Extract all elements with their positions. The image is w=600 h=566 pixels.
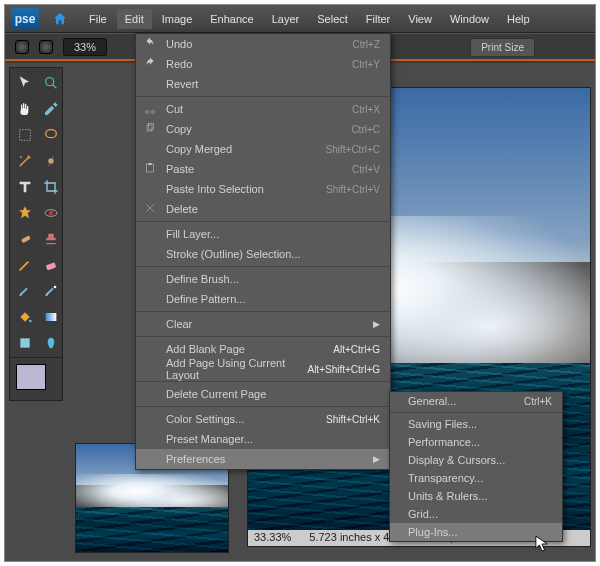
tool-crop[interactable]: [40, 176, 62, 198]
tool-type[interactable]: [14, 176, 36, 198]
edit-menu-paste: PasteCtrl+V: [136, 159, 390, 179]
svg-point-13: [146, 111, 149, 114]
tool-hand[interactable]: [14, 98, 36, 120]
menu-layer[interactable]: Layer: [264, 9, 308, 29]
tool-smart-brush[interactable]: [40, 280, 62, 302]
svg-rect-16: [149, 124, 154, 130]
menu-help[interactable]: Help: [499, 9, 538, 29]
menu-edit[interactable]: Edit: [117, 9, 152, 29]
menu-shortcut: Shift+Ctrl+V: [326, 184, 380, 195]
pref-grid[interactable]: Grid...: [390, 505, 562, 523]
menu-bar: File Edit Image Enhance Layer Select Fil…: [81, 9, 538, 29]
tool-marquee[interactable]: [14, 124, 36, 146]
tool-brush[interactable]: [14, 280, 36, 302]
menu-shortcut: Ctrl+Z: [353, 39, 381, 50]
pref-saving-files[interactable]: Saving Files...: [390, 415, 562, 433]
edit-menu-define-pattern[interactable]: Define Pattern...: [136, 289, 390, 309]
app-logo[interactable]: pse: [11, 8, 39, 30]
tool-magic-wand[interactable]: [14, 150, 36, 172]
menu-item-label: Paste Into Selection: [166, 183, 264, 195]
tool-gradient[interactable]: [40, 306, 62, 328]
pref-general[interactable]: General...Ctrl+K: [390, 392, 562, 410]
tool-bucket[interactable]: [14, 306, 36, 328]
menu-shortcut: Ctrl+Y: [352, 59, 380, 70]
menu-item-label: Delete: [166, 203, 198, 215]
menu-item-label: Add Page Using Current Layout: [166, 357, 307, 381]
tool-zoom[interactable]: [40, 72, 62, 94]
edit-menu-stroke-outline-selection: Stroke (Outline) Selection...: [136, 244, 390, 264]
menu-item-label: Revert: [166, 78, 198, 90]
tool-healing[interactable]: [14, 228, 36, 250]
edit-menu-add-page-using-current-layout[interactable]: Add Page Using Current LayoutAlt+Shift+C…: [136, 359, 390, 379]
pref-transparency[interactable]: Transparency...: [390, 469, 562, 487]
menu-item-label: Preset Manager...: [166, 433, 253, 445]
status-zoom: 33.33%: [254, 531, 291, 545]
zoom-out-button[interactable]: [15, 40, 29, 54]
pref-display-cursors[interactable]: Display & Cursors...: [390, 451, 562, 469]
menu-view[interactable]: View: [400, 9, 440, 29]
svg-rect-17: [147, 164, 154, 172]
mouse-cursor-icon: [535, 535, 549, 555]
svg-rect-15: [147, 125, 152, 131]
menu-shortcut: Ctrl+V: [352, 164, 380, 175]
edit-menu-copy-merged: Copy MergedShift+Ctrl+C: [136, 139, 390, 159]
tool-move[interactable]: [14, 72, 36, 94]
toolbox: [9, 67, 63, 359]
svg-rect-11: [46, 313, 57, 321]
color-swatches[interactable]: [9, 357, 63, 401]
edit-menu-color-settings[interactable]: Color Settings...Shift+Ctrl+K: [136, 409, 390, 429]
pref-units-rulers[interactable]: Units & Rulers...: [390, 487, 562, 505]
undo-icon: [144, 37, 158, 51]
submenu-item-label: Saving Files...: [408, 418, 477, 430]
submenu-item-label: General...: [408, 395, 456, 407]
tool-shape[interactable]: [14, 332, 36, 354]
submenu-item-label: Transparency...: [408, 472, 483, 484]
svg-point-9: [54, 286, 57, 289]
edit-menu-cut: CutCtrl+X: [136, 99, 390, 119]
menu-shortcut: Alt+Ctrl+G: [333, 344, 380, 355]
svg-point-3: [20, 156, 21, 157]
tool-pencil[interactable]: [14, 254, 36, 276]
tool-sponge[interactable]: [40, 332, 62, 354]
menu-item-label: Copy Merged: [166, 143, 232, 155]
edit-menu-revert: Revert: [136, 74, 390, 94]
menu-item-label: Preferences: [166, 453, 225, 465]
edit-menu-undo: UndoCtrl+Z: [136, 34, 390, 54]
tool-cookie[interactable]: [14, 202, 36, 224]
tool-lasso[interactable]: [40, 124, 62, 146]
menu-file[interactable]: File: [81, 9, 115, 29]
submenu-arrow-icon: ▶: [373, 454, 380, 464]
tool-stamp[interactable]: [40, 228, 62, 250]
svg-rect-12: [20, 338, 29, 347]
pref-performance[interactable]: Performance...: [390, 433, 562, 451]
menu-item-label: Clear: [166, 318, 192, 330]
menu-window[interactable]: Window: [442, 9, 497, 29]
edit-menu-preferences[interactable]: Preferences▶: [136, 449, 390, 469]
zoom-in-button[interactable]: [39, 40, 53, 54]
svg-point-14: [152, 111, 155, 114]
menu-image[interactable]: Image: [154, 9, 201, 29]
tool-redeye[interactable]: [40, 202, 62, 224]
foreground-color[interactable]: [16, 364, 46, 390]
menu-enhance[interactable]: Enhance: [202, 9, 261, 29]
tool-eyedropper[interactable]: [40, 98, 62, 120]
menu-select[interactable]: Select: [309, 9, 356, 29]
menu-item-label: Add Blank Page: [166, 343, 245, 355]
zoom-value[interactable]: 33%: [63, 38, 107, 56]
home-icon[interactable]: [49, 9, 71, 29]
menu-filter[interactable]: Filter: [358, 9, 398, 29]
edit-menu-preset-manager[interactable]: Preset Manager...: [136, 429, 390, 449]
menu-shortcut: Alt+Shift+Ctrl+G: [307, 364, 380, 375]
edit-menu-delete: Delete: [136, 199, 390, 219]
edit-menu-add-blank-page[interactable]: Add Blank PageAlt+Ctrl+G: [136, 339, 390, 359]
submenu-item-label: Plug-Ins...: [408, 526, 458, 538]
edit-menu-clear: Clear▶: [136, 314, 390, 334]
svg-point-2: [46, 130, 57, 138]
menu-shortcut: Shift+Ctrl+K: [326, 414, 380, 425]
tool-quick-select[interactable]: [40, 150, 62, 172]
print-size-button[interactable]: Print Size: [470, 38, 535, 57]
menu-item-label: Define Brush...: [166, 273, 239, 285]
tool-eraser[interactable]: [40, 254, 62, 276]
edit-menu-fill-layer[interactable]: Fill Layer...: [136, 224, 390, 244]
edit-menu-define-brush[interactable]: Define Brush...: [136, 269, 390, 289]
